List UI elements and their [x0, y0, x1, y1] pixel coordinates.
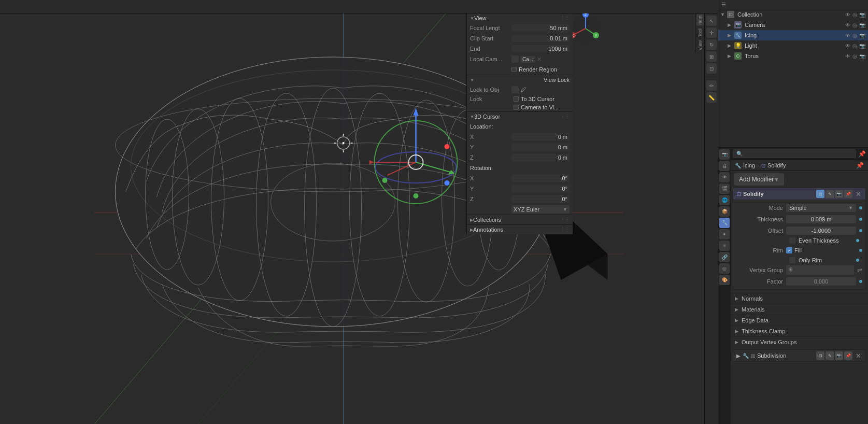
light-expand[interactable]: ▶ [728, 43, 733, 48]
props-search-input[interactable]: 🔍 [733, 149, 856, 158]
cursor-x-value[interactable]: 0 m [511, 133, 570, 140]
thickness-value[interactable]: 0.009 m [786, 215, 856, 223]
measure-icon[interactable]: 📏 [706, 92, 717, 103]
view-tab[interactable]: View [696, 39, 704, 51]
render-region-checkbox[interactable] [511, 67, 517, 72]
scene-tab[interactable]: 🎬 [719, 183, 730, 194]
light-eye-icon[interactable]: 👁 [845, 43, 851, 49]
view-layer-tab[interactable]: 👁 [719, 172, 730, 182]
cursor-ry-value[interactable]: 0° [511, 185, 570, 192]
collections-header[interactable]: ▶ Collections ⋮⋮ [467, 215, 573, 224]
view-options-icon[interactable]: ⋮⋮ [560, 16, 570, 21]
only-rim-checkbox[interactable] [789, 257, 795, 263]
constraint-tab[interactable]: 🔗 [719, 252, 730, 262]
data-tab[interactable]: ◎ [719, 263, 730, 274]
render-props-tab[interactable]: 📷 [719, 149, 730, 160]
subd-icon2[interactable]: ✎ [826, 351, 834, 360]
cursor-y-value[interactable]: 0 m [511, 144, 570, 151]
edge-data-header[interactable]: ▶ Edge Data [731, 315, 868, 326]
breadcrumb-solidify[interactable]: Solidify [767, 162, 786, 168]
icing-expand[interactable]: ▶ [728, 33, 733, 38]
vertex-group-swap[interactable]: ⇌ [857, 266, 862, 274]
lock-obj-picker[interactable]: 🖊 [520, 86, 527, 93]
focal-length-value[interactable]: 50 mm [511, 24, 570, 32]
icing-eye-icon[interactable]: 👁 [845, 33, 851, 38]
tool-tab[interactable]: Tool [696, 27, 704, 38]
light-render-icon[interactable]: 📷 [859, 43, 866, 49]
light-select-icon[interactable]: ◎ [852, 43, 858, 49]
scale-tool-icon[interactable]: ⊞ [706, 51, 717, 62]
cursor-rx-value[interactable]: 0° [511, 175, 570, 182]
breadcrumb-pin[interactable]: 📌 [856, 162, 864, 169]
outliner-light[interactable]: ▶ 💡 Light 👁 ◎ 📷 [718, 40, 868, 51]
solidify-render-icon[interactable]: 📷 [835, 190, 843, 198]
lock-obj-checkbox[interactable] [511, 86, 519, 93]
camera-render-icon[interactable]: 📷 [859, 22, 866, 28]
world-tab[interactable]: 🌐 [719, 195, 730, 205]
even-thickness-checkbox[interactable] [789, 237, 795, 244]
thickness-clamp-header[interactable]: ▶ Thickness Clamp [731, 326, 868, 336]
transform-tool-icon[interactable]: ⊡ [706, 63, 717, 74]
collection-expand[interactable]: ▼ [720, 12, 725, 17]
cursor-rz-value[interactable]: 0° [511, 195, 570, 203]
breadcrumb-icing[interactable]: Icing [743, 162, 755, 168]
subd-pin[interactable]: 📌 [844, 351, 852, 360]
add-modifier-button[interactable]: Add Modifier ▼ [734, 173, 784, 186]
solidify-pin-icon[interactable]: 📌 [844, 190, 852, 198]
clip-start-value[interactable]: 0.01 m [511, 35, 570, 42]
particles-tab[interactable]: ✦ [719, 229, 730, 239]
to-3d-cursor-checkbox[interactable] [514, 96, 519, 102]
offset-value[interactable]: -1.0000 [786, 227, 856, 235]
normals-header[interactable]: ▶ Normals [731, 293, 868, 304]
move-tool-icon[interactable]: ✛ [706, 27, 717, 38]
materials-header[interactable]: ▶ Materials [731, 304, 868, 315]
view-section-header[interactable]: ▼ View ⋮⋮ [467, 13, 573, 23]
view-lock-header[interactable]: ▼ View Lock [467, 75, 573, 84]
collection-render-icon[interactable]: 📷 [859, 12, 866, 18]
close-cam-icon[interactable]: ✕ [537, 56, 542, 63]
camera-eye-icon[interactable]: 👁 [845, 22, 851, 28]
fill-checkbox[interactable]: ✓ [786, 247, 792, 253]
rotate-tool-icon[interactable]: ↻ [706, 39, 717, 50]
clip-end-value[interactable]: 1000 m [511, 45, 570, 52]
torus-render-icon[interactable]: 📷 [859, 53, 866, 59]
item-tab[interactable]: Item [696, 15, 704, 26]
camera-expand[interactable]: ▶ [728, 22, 733, 27]
collections-options[interactable]: ⋮⋮ [560, 217, 570, 222]
icing-render-icon[interactable]: 📷 [859, 33, 866, 38]
solidify-realtime-icon[interactable]: ⊡ [816, 190, 824, 198]
factor-value[interactable]: 0.000 [786, 277, 856, 286]
torus-select-icon[interactable]: ◎ [852, 53, 858, 59]
local-cam-checkbox[interactable] [511, 55, 519, 63]
annotate-icon[interactable]: ✏ [706, 80, 717, 91]
subdivision-close-button[interactable]: ✕ [855, 352, 862, 359]
collection-eye-icon[interactable]: 👁 [845, 12, 851, 18]
outliner-camera[interactable]: ▶ 📷 Camera 👁 ◎ 📷 [718, 20, 868, 30]
outliner-torus[interactable]: ▶ ⊙ Torus 👁 ◎ 📷 [718, 51, 868, 61]
cursor-section-header[interactable]: ▼ 3D Cursor ⋮⋮ [467, 112, 573, 121]
material-tab[interactable]: 🎨 [719, 275, 730, 285]
object-props-tab[interactable]: 📦 [719, 206, 730, 217]
modifier-tab[interactable]: 🔧 [719, 218, 730, 228]
outliner-icing[interactable]: ▶ 🔧 Icing 👁 ◎ 📷 [718, 30, 868, 40]
output-props-tab[interactable]: 🖨 [719, 161, 730, 171]
output-vg-header[interactable]: ▶ Output Vertex Groups [731, 337, 868, 347]
torus-expand[interactable]: ▶ [728, 53, 733, 59]
subdivision-collapse-icon[interactable]: ▶ [736, 353, 741, 359]
collection-select-icon[interactable]: ◎ [852, 12, 858, 18]
solidify-edit-icon[interactable]: ✎ [826, 190, 834, 198]
annotations-options[interactable]: ⋮⋮ [560, 227, 570, 232]
vertex-group-input[interactable]: ⊞ [786, 265, 854, 275]
select-tool-icon[interactable]: ↖ [706, 16, 717, 26]
cursor-z-value[interactable]: 0 m [511, 154, 570, 161]
annotations-header[interactable]: ▶ Annotations ⋮⋮ [467, 225, 573, 234]
subd-icon3[interactable]: 📷 [835, 351, 843, 360]
subd-icon1[interactable]: ⊡ [816, 351, 824, 360]
camera-to-view-checkbox[interactable] [514, 105, 519, 110]
mode-select[interactable]: Simple ▼ [786, 204, 856, 212]
torus-eye-icon[interactable]: 👁 [845, 53, 851, 59]
ca-button[interactable]: Ca... [520, 56, 535, 63]
camera-select-icon[interactable]: ◎ [852, 22, 858, 28]
solidify-close-button[interactable]: ✕ [855, 191, 862, 197]
physics-tab[interactable]: ⚛ [719, 241, 730, 251]
